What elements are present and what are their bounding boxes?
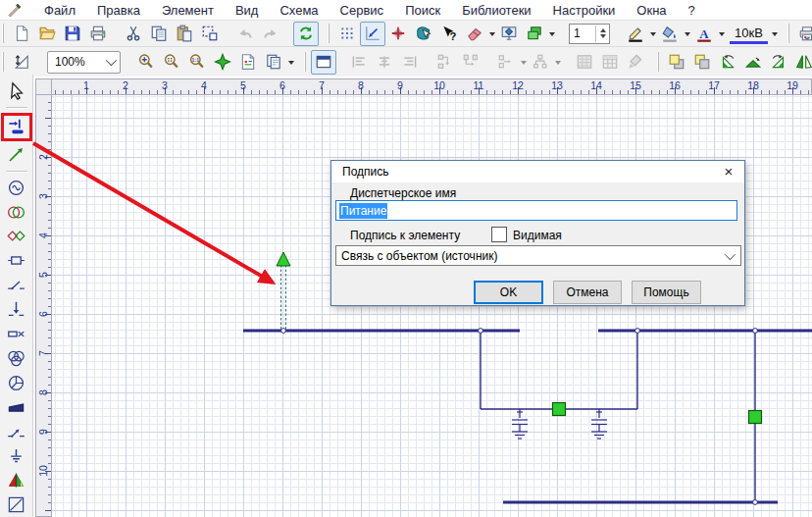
fit-screen-button[interactable]	[210, 50, 235, 75]
layers-button[interactable]	[522, 22, 547, 46]
zoom-selection-button[interactable]	[159, 50, 184, 75]
toolbar-grip[interactable]	[2, 52, 4, 72]
refresh-schema-button[interactable]	[293, 22, 319, 46]
dropdown-arrow-icon[interactable]	[772, 32, 778, 39]
dropdown-arrow-icon[interactable]	[555, 61, 561, 68]
save-document-button[interactable]	[60, 22, 85, 46]
line-arrow-tool-button[interactable]	[4, 143, 29, 166]
send-to-back-button[interactable]	[689, 50, 715, 75]
menu-item-scheme[interactable]: Схема	[279, 3, 318, 18]
menu-item-element[interactable]: Элемент	[162, 3, 214, 18]
rotate-base-button[interactable]	[740, 50, 766, 75]
insert-node-icon	[497, 53, 515, 71]
menu-item-search[interactable]: Поиск	[405, 3, 440, 18]
dropdown-arrow-icon[interactable]	[288, 61, 294, 68]
new-window-icon	[315, 53, 332, 71]
print-color-button[interactable]	[794, 22, 812, 46]
sector-tool-button[interactable]	[4, 372, 29, 394]
menu-item-help[interactable]: ?	[688, 3, 695, 18]
crosshair-tool-button[interactable]	[385, 22, 411, 46]
dropdown-arrow-icon[interactable]	[521, 61, 527, 68]
menu-item-edit[interactable]: Правка	[97, 3, 140, 18]
power-input-tool-button[interactable]	[4, 116, 29, 138]
dispatcher-name-input[interactable]: Питание	[335, 200, 737, 221]
font-color-button[interactable]: A	[691, 22, 717, 46]
dropdown-arrow-icon[interactable]	[685, 32, 690, 39]
visible-checkbox[interactable]	[491, 227, 507, 242]
select-shape-tool-button[interactable]	[411, 22, 436, 46]
rotate-right-button[interactable]	[766, 50, 791, 75]
paste-button[interactable]	[172, 22, 197, 46]
drawing-canvas[interactable]	[52, 95, 812, 517]
toolbar-grip[interactable]	[2, 24, 4, 43]
cancel-button[interactable]: Отмена	[553, 281, 622, 304]
frame-tool-button[interactable]	[4, 493, 29, 516]
phase-indicator-tool-button[interactable]	[4, 469, 29, 491]
help-button[interactable]: Помощь	[632, 281, 701, 304]
disconnector-tool-button[interactable]	[4, 274, 29, 296]
ruler-number: 7	[314, 79, 330, 91]
select-tool-button[interactable]	[4, 79, 29, 102]
scale-spinner[interactable]: 1	[569, 24, 610, 44]
zoom-actual-button[interactable]: 1:1	[184, 50, 210, 75]
bring-to-front-button[interactable]	[664, 50, 689, 75]
winding-overlap-tool-button[interactable]	[4, 225, 29, 247]
dropdown-arrow-icon[interactable]	[650, 32, 656, 39]
toolbar-grip[interactable]	[657, 52, 659, 72]
switch-tool-button[interactable]	[4, 421, 29, 443]
menu-item-windows[interactable]: Окна	[636, 3, 666, 18]
ground-tool-button[interactable]	[4, 444, 29, 467]
flip-horizontal-button[interactable]	[791, 50, 812, 75]
new-document-button[interactable]	[9, 22, 34, 46]
menu-item-settings[interactable]: Настройки	[553, 3, 616, 18]
fuse-tool-button[interactable]	[4, 323, 29, 345]
short-circuit-tool-button[interactable]	[4, 298, 29, 321]
menu-item-view[interactable]: Вид	[235, 3, 259, 18]
display-element-button[interactable]	[496, 22, 522, 46]
menu-item-libraries[interactable]: Библиотеки	[462, 3, 531, 18]
print-button[interactable]	[85, 22, 111, 46]
context-help-button[interactable]: ?	[436, 22, 462, 46]
close-icon[interactable]: ×	[713, 161, 744, 182]
table-grid-button	[597, 50, 623, 75]
ruler-number: 16	[667, 79, 683, 91]
open-folder-button[interactable]	[34, 22, 60, 46]
dropdown-arrow-icon[interactable]	[489, 32, 495, 39]
eraser-button[interactable]	[462, 22, 487, 46]
ok-button[interactable]: OK	[474, 281, 543, 304]
menu-item-service[interactable]: Сервис	[340, 3, 384, 18]
object-binding-dropdown[interactable]: Связь с объектом (источник)	[335, 245, 741, 266]
toolbar-grip[interactable]	[304, 52, 306, 72]
save-document-icon	[64, 25, 81, 42]
spin-arrows-icon[interactable]	[595, 26, 609, 42]
rotate-left-button[interactable]	[715, 50, 740, 75]
duplicate-selection-button[interactable]	[197, 22, 223, 46]
snap-grid-button[interactable]	[334, 22, 360, 46]
snap-grid-icon	[338, 25, 356, 42]
copy-button[interactable]	[146, 22, 172, 46]
skew-tool-button[interactable]	[9, 50, 34, 75]
toolbar-grip[interactable]	[328, 24, 330, 43]
ruler-number: 8	[37, 385, 51, 400]
transformer-3w-tool-button[interactable]	[4, 347, 29, 370]
dropdown-arrow-icon[interactable]	[549, 32, 555, 39]
pen-color-button[interactable]	[623, 22, 648, 46]
menu-item-file[interactable]: Файл	[44, 3, 76, 18]
page-properties-button[interactable]	[235, 50, 261, 75]
battery-tool-button[interactable]	[4, 396, 29, 419]
toolbar-grip[interactable]	[787, 24, 789, 43]
new-window-button[interactable]	[311, 50, 336, 75]
zoom-in-button[interactable]	[133, 50, 159, 75]
page-list-button[interactable]	[261, 50, 286, 75]
ac-source-tool-button[interactable]	[4, 177, 29, 199]
voltage-selector[interactable]: 10кВ	[730, 26, 768, 44]
load-tool-button[interactable]	[4, 249, 29, 272]
dialog-titlebar[interactable]: Подпись ×	[331, 161, 744, 182]
cut-button[interactable]	[121, 22, 146, 46]
snap-axes-button[interactable]	[360, 22, 385, 46]
transformer-2w-tool-button[interactable]	[4, 201, 29, 224]
svg-text:A: A	[699, 26, 709, 41]
fill-color-button[interactable]	[657, 22, 683, 46]
zoom-select[interactable]: 100%	[47, 51, 121, 74]
dropdown-arrow-icon[interactable]	[719, 32, 725, 39]
